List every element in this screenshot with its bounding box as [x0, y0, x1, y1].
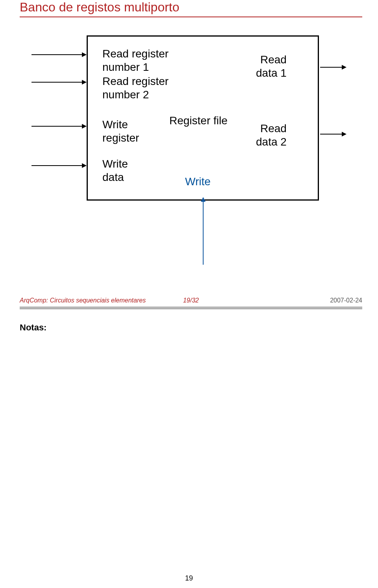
write-signal-arrow-head-icon [201, 197, 206, 202]
input-arrow-1-head-icon [82, 52, 87, 57]
footer-rule-bottom [20, 308, 362, 309]
input-arrow-4-head-icon [82, 163, 87, 168]
label-read-data-2: Readdata 2 [256, 122, 287, 148]
footer-date: 2007-02-24 [330, 297, 362, 304]
output-arrow-2-head-icon [342, 132, 346, 136]
output-arrow-1-head-icon [342, 65, 346, 70]
input-arrow-4-line [32, 165, 82, 166]
input-arrow-2-line [32, 82, 82, 83]
title-underline [20, 17, 362, 17]
write-signal-line [203, 202, 204, 265]
input-arrow-3-head-icon [82, 124, 87, 129]
label-read-register-1: Read registernumber 1 [102, 47, 169, 74]
output-arrow-2-line [320, 134, 342, 135]
footer-rule-top [20, 307, 362, 308]
label-write-data: Writedata [102, 157, 128, 184]
label-read-data-1: Readdata 1 [256, 53, 287, 79]
input-arrow-3-line [32, 126, 82, 127]
input-arrow-1-line [32, 54, 82, 55]
label-register-file: Register file [169, 114, 228, 127]
register-file-diagram: Read registernumber 1 Read registernumbe… [32, 35, 346, 224]
label-write-register: Writeregister [102, 118, 139, 144]
page-number: 19 [0, 574, 378, 582]
output-arrow-1-line [320, 67, 342, 68]
footer-page-indicator: 19/32 [20, 297, 362, 304]
label-read-register-2: Read registernumber 2 [102, 75, 169, 101]
input-arrow-2-head-icon [82, 80, 87, 85]
page-title: Banco de registos multiporto [20, 0, 180, 15]
notes-heading: Notas: [20, 323, 46, 333]
label-write-signal: Write [185, 175, 211, 188]
